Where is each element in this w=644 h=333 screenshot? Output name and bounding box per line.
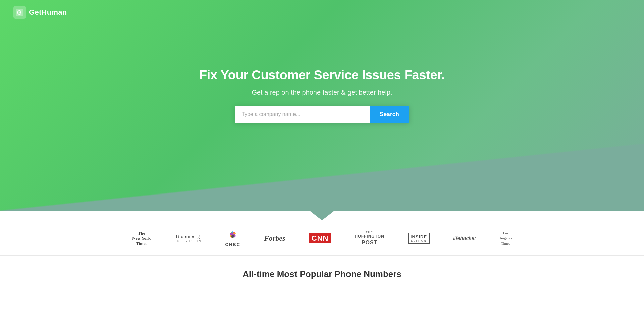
bloomberg-logo-text: Bloomberg TELEVISION: [174, 234, 202, 243]
logo-icon: G: [13, 6, 26, 19]
cnn-logo-text: CNN: [309, 233, 331, 243]
press-logo-lifehacker: lifehacker: [453, 235, 476, 241]
forbes-logo-text: Forbes: [264, 234, 285, 243]
svg-text:G: G: [17, 9, 22, 16]
latimes-logo-text: LosAngelesTimes: [500, 231, 512, 246]
navbar: G GetHuman: [0, 0, 644, 25]
press-logo-latimes: LosAngelesTimes: [500, 231, 512, 246]
huffpost-huffington: HUFFINGTON: [355, 234, 384, 239]
logo[interactable]: G GetHuman: [13, 6, 67, 19]
search-input[interactable]: [235, 106, 370, 123]
press-logo-forbes: Forbes: [264, 234, 285, 243]
huffpost-logo-text: THE HUFFINGTON POST: [355, 231, 384, 246]
huffpost-post: POST: [355, 239, 384, 246]
press-logo-bloomberg: Bloomberg TELEVISION: [174, 234, 202, 243]
press-logo-nyt: TheNew YorkTimes: [132, 231, 151, 246]
cnbc-text: CNBC: [225, 242, 241, 247]
nyt-logo-text: TheNew YorkTimes: [132, 231, 151, 246]
inside-logo: INSIDE EDITION: [408, 233, 430, 244]
section-divider: [0, 211, 644, 220]
lifehacker-logo-text: lifehacker: [453, 235, 476, 241]
press-logo-cnbc: CNBC: [225, 230, 241, 247]
inside-bottom-text: EDITION: [411, 239, 426, 242]
press-logos-container: TheNew YorkTimes Bloomberg TELEVISION: [132, 230, 512, 247]
bottom-section: All-time Most Popular Phone Numbers: [0, 256, 644, 279]
press-logo-inside: INSIDE EDITION: [408, 233, 430, 244]
press-section: TheNew YorkTimes Bloomberg TELEVISION: [0, 220, 644, 256]
cnbc-logo: CNBC: [225, 230, 241, 247]
bloomberg-sub-text: TELEVISION: [174, 239, 202, 243]
svg-point-8: [231, 235, 234, 238]
hero-content: Fix Your Customer Service Issues Faster.…: [199, 68, 445, 123]
chevron-icon: [310, 211, 334, 220]
inside-top-text: INSIDE: [411, 234, 427, 239]
svg-marker-2: [0, 151, 644, 211]
hero-subtitle: Get a rep on the phone faster & get bett…: [252, 89, 392, 96]
hero-title: Fix Your Customer Service Issues Faster.: [199, 68, 445, 82]
huffpost-the: THE: [355, 231, 384, 234]
search-button[interactable]: Search: [370, 106, 409, 123]
press-logo-cnn: CNN: [309, 233, 331, 243]
hero-section: G GetHuman Fix Your Customer Service Iss…: [0, 0, 644, 211]
press-logo-huffpost: THE HUFFINGTON POST: [355, 231, 384, 246]
logo-text: GetHuman: [29, 8, 67, 17]
hero-diagonal: [0, 117, 644, 211]
cnbc-peacock-icon: [226, 230, 239, 242]
search-bar: Search: [235, 106, 409, 123]
bottom-title: All-time Most Popular Phone Numbers: [0, 269, 644, 279]
